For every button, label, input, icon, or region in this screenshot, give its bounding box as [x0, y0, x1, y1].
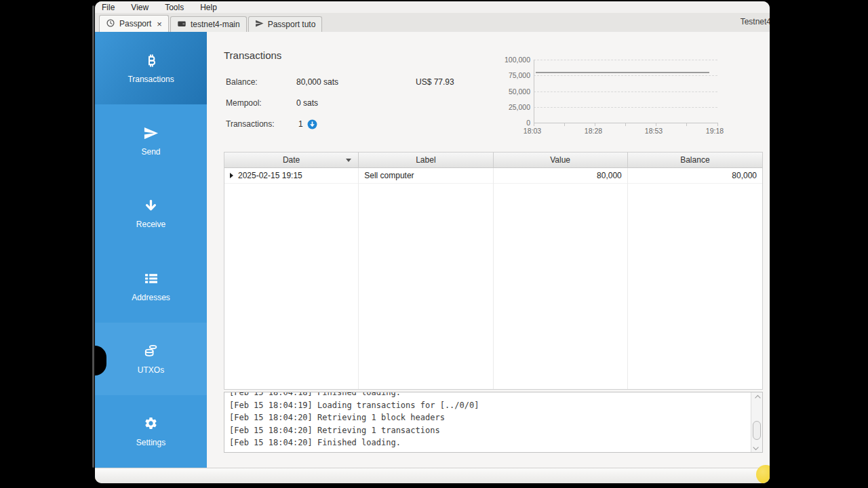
scrollbar-thumb[interactable]	[753, 421, 761, 440]
log-line: [Feb 15 18:04:20] Retrieving 1 block hea…	[229, 411, 751, 424]
gear-icon	[144, 415, 158, 432]
content-area: Transactions Balance: 80,000 sats US$ 77…	[207, 32, 770, 468]
balance-column: 80,000	[628, 168, 762, 389]
log-lines[interactable]: [Feb 15 18:04:18] Finished loading. [Feb…	[224, 392, 751, 452]
date-column: 2025-02-15 19:15	[224, 168, 359, 389]
balance-series-line	[536, 72, 709, 73]
sidebar-item-label: Addresses	[132, 293, 170, 302]
scroll-down-icon[interactable]	[751, 442, 762, 452]
y-tick-label: 50,000	[481, 87, 530, 96]
sidebar-item-label: Send	[141, 147, 160, 157]
gridline	[534, 75, 717, 76]
scroll-up-icon[interactable]	[751, 392, 762, 403]
log-line: [Feb 15 18:04:20] Finished loading.	[229, 436, 751, 449]
y-axis	[534, 60, 534, 123]
log-line: [Feb 15 18:04:20] Retrieving 1 transacti…	[229, 424, 751, 437]
main-area: Transactions Send Receive	[95, 32, 770, 468]
menu-bar: File View Tools Help	[95, 1, 770, 13]
gridline	[534, 92, 717, 92]
label-column: Sell computer	[359, 168, 493, 389]
gridline	[534, 107, 717, 108]
column-header-balance[interactable]: Balance	[628, 152, 762, 167]
row-expander-icon[interactable]	[230, 173, 233, 178]
sidebar-item-send[interactable]: Send	[95, 104, 207, 177]
column-header-value[interactable]: Value	[494, 152, 628, 167]
column-header-label[interactable]: Label	[359, 152, 493, 167]
sidebar-item-label: Receive	[136, 220, 165, 229]
tx-date: 2025-02-15 19:15	[238, 171, 302, 180]
tab-label: Passport tuto	[268, 20, 316, 29]
x-tick-label: 18:53	[639, 127, 669, 135]
screen-background: File View Tools Help Passport × testnet4…	[0, 0, 868, 488]
log-console: [Feb 15 18:04:18] Finished loading. [Feb…	[224, 392, 763, 453]
column-header-date[interactable]: Date	[224, 152, 359, 167]
tx-balance: 80,000	[732, 171, 757, 180]
transactions-table: Date Label Value Balance	[224, 152, 763, 390]
bitcoin-icon	[143, 52, 159, 68]
sidebar-item-label: UTXOs	[138, 365, 164, 375]
app-window: File View Tools Help Passport × testnet4…	[95, 1, 770, 483]
status-bar	[95, 468, 770, 483]
page-title: Transactions	[224, 49, 281, 61]
x-tick-label: 19:18	[700, 127, 730, 135]
tab-passport[interactable]: Passport ×	[99, 15, 169, 32]
menu-item-tools[interactable]: Tools	[165, 3, 184, 12]
wallet-icon	[177, 19, 186, 30]
tab-passport-tuto[interactable]: Passport tuto	[248, 16, 323, 32]
clock-icon	[106, 18, 115, 30]
table-row-balance-cell[interactable]: 80,000	[628, 168, 762, 184]
sort-desc-icon	[346, 159, 351, 162]
x-axis-ticks	[534, 123, 718, 126]
table-row-value-cell[interactable]: 80,000	[494, 168, 627, 184]
tab-testnet4-main[interactable]: testnet4-main	[170, 16, 247, 32]
log-line: [Feb 15 18:04:19] Loading transactions f…	[229, 399, 751, 412]
log-scrollbar[interactable]	[751, 392, 762, 452]
y-tick-label: 100,000	[481, 56, 530, 64]
table-row-date-cell[interactable]: 2025-02-15 19:15	[224, 168, 358, 184]
list-icon	[144, 270, 159, 287]
sidebar-item-transactions[interactable]: Transactions	[95, 32, 207, 104]
menu-item-view[interactable]: View	[131, 3, 149, 12]
tab-close-icon[interactable]: ×	[157, 20, 162, 28]
table-row-label-cell[interactable]: Sell computer	[359, 168, 492, 184]
column-label: Label	[416, 155, 435, 165]
sync-button[interactable]	[307, 119, 317, 129]
balance-label: Balance:	[226, 77, 258, 87]
network-label: Testnet4	[741, 17, 770, 26]
sidebar-item-settings[interactable]: Settings	[95, 395, 207, 468]
column-label: Balance	[680, 155, 709, 165]
y-tick-label: 0	[481, 119, 530, 127]
table-header: Date Label Value Balance	[224, 152, 762, 168]
menu-item-help[interactable]: Help	[200, 3, 217, 12]
sidebar-item-utxos[interactable]: UTXOs	[95, 323, 207, 395]
x-tick-label: 18:28	[578, 127, 608, 135]
balance-chart: 100,000 75,000 50,000 25,000 0 18:03 18:…	[478, 52, 736, 144]
mempool-label: Mempool:	[226, 98, 262, 108]
tab-label: testnet4-main	[191, 20, 240, 29]
transactions-count: 1	[298, 119, 303, 129]
receive-arrow-icon	[144, 197, 158, 214]
y-tick-label: 75,000	[481, 71, 530, 79]
column-label: Value	[550, 155, 570, 165]
log-line: [Feb 15 18:04:18] Finished loading.	[229, 392, 751, 399]
y-tick-label: 25,000	[481, 103, 530, 111]
tab-label: Passport	[119, 19, 151, 28]
menu-item-file[interactable]: File	[102, 3, 115, 12]
window-edge-shadow	[92, 5, 94, 468]
tab-bar: Passport × testnet4-main Passport tuto T…	[95, 13, 770, 32]
sidebar-item-label: Settings	[136, 438, 165, 447]
gridline	[534, 60, 717, 60]
send-icon	[255, 19, 264, 30]
sidebar-item-receive[interactable]: Receive	[95, 177, 207, 249]
sidebar-item-label: Transactions	[127, 75, 174, 84]
x-tick-label: 18:03	[517, 127, 547, 135]
balance-value: 80,000 sats	[296, 77, 338, 87]
value-column: 80,000	[494, 168, 628, 389]
send-icon	[143, 125, 159, 141]
tx-label: Sell computer	[364, 171, 414, 180]
table-body: 2025-02-15 19:15 Sell computer 80,000	[224, 168, 762, 389]
sidebar-item-addresses[interactable]: Addresses	[95, 250, 207, 323]
transactions-label: Transactions:	[226, 119, 275, 129]
sidebar: Transactions Send Receive	[95, 32, 207, 468]
balance-fiat: US$ 77.93	[416, 77, 454, 87]
